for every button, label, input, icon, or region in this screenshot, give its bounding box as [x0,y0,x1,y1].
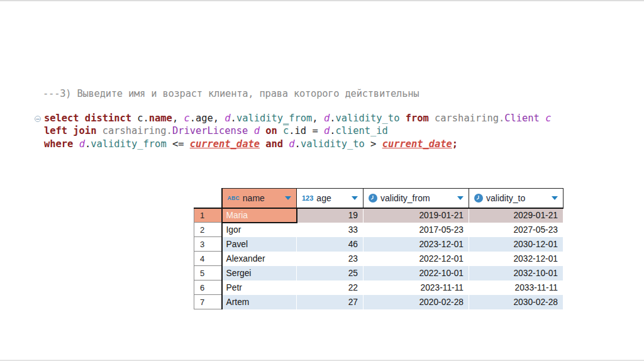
sql-token-alias: d [289,138,294,150]
sql-token-alias: c [545,113,551,124]
sql-token-table: Client [504,113,540,124]
column-label: validity_from [380,193,430,203]
sql-token-plain [540,113,545,124]
sql-token-plain: , [312,113,324,124]
sql-token-schema: carshairing. [435,113,504,124]
row-number[interactable]: 4 [194,252,222,266]
cell-age[interactable]: 19 [297,208,364,223]
cell-validity_to[interactable]: 2032-10-01 [469,266,564,280]
row-number[interactable]: 7 [194,295,222,309]
cell-validity_to[interactable]: 2030-02-28 [469,295,564,309]
cell-age[interactable]: 27 [297,295,364,309]
column-dropdown-icon[interactable] [352,196,358,200]
column-dropdown-icon[interactable] [457,196,464,200]
sql-token-plain [96,125,102,136]
sql-token-alias: d [254,125,260,136]
code-fold-collapse-icon[interactable]: − [35,116,41,122]
table-row: 2Igor332017-05-232027-05-23 [194,223,564,237]
sql-token-plain [283,138,289,150]
sql-comment: ---3) Выведите имя и возраст клиента, пр… [43,87,419,100]
sql-token-plain [248,125,253,136]
sql-token-colref: c [283,125,289,136]
sql-token-plain: c. [131,113,149,124]
sql-token-plain: . [231,113,236,124]
row-number[interactable]: 2 [194,223,222,237]
grid-header: ABCname123agevalidity_fromvalidity_to [194,189,564,208]
sql-token-col: validity_to [335,113,399,124]
numeric-type-icon: 123 [302,194,313,202]
row-number[interactable]: 1 [194,208,222,223]
sql-token-kw: and [265,138,283,150]
cell-name[interactable]: Sergei [222,266,297,280]
slide-top-border [0,0,644,1]
column-dropdown-icon[interactable] [285,196,291,200]
sql-token-alias: d [79,138,85,150]
column-header-validity_to[interactable]: validity_to [469,189,564,208]
sql-code-lines[interactable]: select distinct c.name, c.age, d.validit… [44,112,551,150]
sql-token-kw: where [44,138,73,150]
cell-validity_from[interactable]: 2023-11-11 [364,280,469,295]
cell-validity_from[interactable]: 2019-01-21 [364,208,469,223]
cell-validity_to[interactable]: 2030-12-01 [469,237,564,252]
cell-validity_from[interactable]: 2022-10-01 [364,266,469,280]
column-header-content: ABCname [223,189,297,208]
cell-name[interactable]: Pavel [222,237,297,252]
column-header-validity_from[interactable]: validity_from [364,189,469,208]
row-number[interactable]: 3 [194,237,222,252]
cell-validity_to[interactable]: 2027-05-23 [469,223,564,237]
row-number[interactable]: 6 [194,280,222,295]
cell-validity_to[interactable]: 2029-01-21 [469,208,564,223]
sql-token-func: current_date [382,138,452,150]
sql-token-plain [73,138,79,150]
datetime-type-icon [369,194,377,203]
column-header-content: 123age [297,189,363,208]
column-header-age[interactable]: 123age [297,189,364,208]
cell-validity_from[interactable]: 2022-12-01 [364,252,469,266]
cell-name[interactable]: Petr [222,280,297,295]
table-row: 5Sergei252022-10-012032-10-01 [194,266,564,280]
cell-age[interactable]: 23 [297,252,364,266]
row-number[interactable]: 5 [194,266,222,280]
cell-name[interactable]: Artem [222,295,297,309]
column-header-content: validity_from [364,189,469,208]
column-label: name [243,193,265,203]
cell-validity_from[interactable]: 2023-12-01 [364,237,469,252]
cell-validity_to[interactable]: 2032-12-01 [469,252,564,266]
cell-name[interactable]: Igor [222,223,297,237]
grid-header-row: ABCname123agevalidity_fromvalidity_to [194,189,564,208]
column-header-name[interactable]: ABCname [222,189,297,208]
sql-token-alias: d [324,125,330,136]
cell-age[interactable]: 25 [297,266,364,280]
cell-age[interactable]: 22 [297,280,364,295]
sql-token-func: current_date [190,138,260,150]
grid-corner-cell[interactable] [194,189,222,208]
cell-name[interactable]: Alexander [222,252,297,266]
sql-token-plain: , [172,113,184,124]
table-row: 6Petr222023-11-112033-11-11 [194,280,564,295]
datetime-type-icon [474,194,483,203]
sql-line-2[interactable]: left join carshairing.DriverLicense d on… [44,125,551,137]
sql-line-1[interactable]: select distinct c.name, c.age, d.validit… [44,112,551,125]
cell-age[interactable]: 33 [297,223,364,237]
column-dropdown-icon[interactable] [552,196,558,200]
cell-age[interactable]: 46 [297,237,364,252]
table-row: 7Artem272020-02-282030-02-28 [194,295,564,309]
sql-token-plain: .age, [190,113,225,124]
sql-token-schema: carshairing. [103,125,172,136]
cell-validity_from[interactable]: 2017-05-23 [364,223,469,237]
cell-validity_from[interactable]: 2020-02-28 [364,295,469,309]
cell-validity_to[interactable]: 2033-11-11 [469,280,564,295]
cell-name[interactable]: Maria [222,208,297,223]
sql-token-kw: left join [44,125,96,136]
sql-token-plain [429,113,435,124]
text-type-icon: ABC [228,195,240,201]
column-label: validity_to [486,193,525,203]
sql-token-table: DriverLicense [172,125,248,136]
sql-token-plain [399,113,405,124]
sql-line-3[interactable]: where d.validity_from <= current_date an… [44,138,551,150]
grid-body: 1Maria192019-01-212029-01-212Igor332017-… [194,208,564,309]
sql-token-plain [277,125,283,136]
sql-token-kw: on [265,125,277,136]
sql-token-alias: d [225,113,230,124]
results-grid[interactable]: ABCname123agevalidity_fromvalidity_to 1M… [194,188,564,309]
